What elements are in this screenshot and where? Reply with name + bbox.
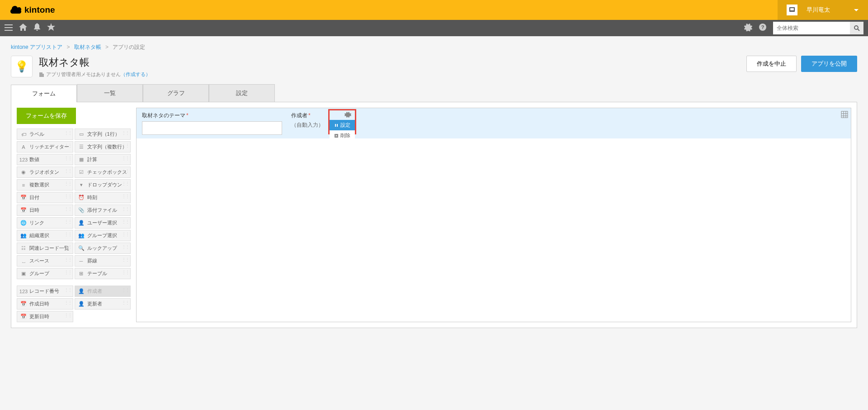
field-org-select[interactable]: 👥組織選択⋮⋮ (17, 230, 73, 241)
field-dropdown[interactable]: ▾ドロップダウン⋮⋮ (75, 179, 131, 191)
field-calc[interactable]: ▦計算⋮⋮ (75, 154, 131, 165)
cancel-button[interactable]: 作成を中止 (746, 56, 797, 72)
user-name: 早川竜太 (807, 6, 830, 14)
breadcrumb-current: アプリの設定 (113, 44, 145, 50)
breadcrumb: kintone アプリストア > 取材ネタ帳 > アプリの設定 (11, 43, 857, 51)
field-updated-time[interactable]: 📅更新日時⋮⋮ (17, 311, 73, 322)
required-mark: * (186, 112, 189, 119)
search-input[interactable] (773, 22, 850, 34)
field-date[interactable]: 📅日付⋮⋮ (17, 192, 73, 203)
home-icon[interactable] (19, 24, 27, 33)
field-link[interactable]: 🌐リンク⋮⋮ (17, 217, 73, 229)
svg-rect-1 (790, 8, 794, 10)
create-memo-link[interactable]: （作成する） (121, 71, 151, 78)
tab-list[interactable]: 一覧 (77, 84, 143, 102)
field-created-time[interactable]: 📅作成日時⋮⋮ (17, 298, 73, 310)
breadcrumb-link[interactable]: kintone アプリストア (11, 44, 62, 50)
table-view-icon[interactable] (841, 111, 848, 120)
field-creator[interactable]: 👤作成者⋮⋮ (75, 286, 131, 297)
svg-text:?: ? (761, 24, 764, 30)
canvas-field-theme[interactable]: 取材ネタのテーマ* (142, 112, 282, 135)
field-checkbox[interactable]: ☑チェックボックス⋮⋮ (75, 167, 131, 178)
field-datetime[interactable]: 📅日時⋮⋮ (17, 205, 73, 216)
field-number[interactable]: 123数値⋮⋮ (17, 154, 73, 165)
publish-button[interactable]: アプリを公開 (801, 56, 857, 72)
chevron-down-icon (854, 7, 859, 14)
field-group-select[interactable]: 👥グループ選択⋮⋮ (75, 230, 131, 241)
top-bar: kintone 早川竜太 (0, 0, 868, 20)
menu-item-delete[interactable]: 削除 (330, 130, 355, 141)
field-time[interactable]: ⏰時刻⋮⋮ (75, 192, 131, 203)
theme-input[interactable] (142, 121, 282, 135)
field-palette: フォームを保存 🏷ラベル⋮⋮ ▭文字列（1行）⋮⋮ Aリッチエディター⋮⋮ ☰文… (17, 108, 131, 322)
field-user-select[interactable]: 👤ユーザー選択⋮⋮ (75, 217, 131, 229)
toolbar: ? (0, 20, 868, 36)
field-context-menu: 設定 削除 (330, 120, 355, 141)
field-rich-editor[interactable]: Aリッチエディター⋮⋮ (17, 141, 73, 153)
gear-icon[interactable] (744, 23, 752, 33)
cloud-icon (10, 5, 22, 14)
field-multiselect[interactable]: ≡複数選択⋮⋮ (17, 179, 73, 191)
app-memo: アプリ管理者用メモはありません （作成する） (39, 71, 151, 78)
menu-icon[interactable] (5, 24, 13, 33)
field-updater[interactable]: 👤更新者⋮⋮ (75, 298, 131, 310)
star-icon[interactable] (47, 23, 55, 33)
field-related-records[interactable]: ☷関連レコード一覧⋮⋮ (17, 243, 73, 254)
help-icon[interactable]: ? (759, 23, 767, 33)
app-icon: 💡 (11, 56, 33, 77)
field-group[interactable]: ▣グループ⋮⋮ (17, 268, 73, 279)
field-table[interactable]: ⊞テーブル⋮⋮ (75, 268, 131, 279)
search-button[interactable] (850, 22, 863, 34)
field-space[interactable]: ⎵スペース⋮⋮ (17, 255, 73, 267)
canvas-field-creator[interactable]: 作成者* （自動入力） 設定 削除 (291, 112, 350, 135)
tab-form[interactable]: フォーム (11, 85, 77, 102)
user-menu[interactable]: 早川竜太 (778, 0, 868, 20)
avatar-icon (787, 5, 797, 15)
tab-settings[interactable]: 設定 (209, 84, 275, 102)
field-record-number[interactable]: 123レコード番号⋮⋮ (17, 286, 73, 297)
svg-rect-5 (841, 111, 848, 118)
breadcrumb-link[interactable]: 取材ネタ帳 (74, 44, 101, 50)
field-text-1line[interactable]: ▭文字列（1行）⋮⋮ (75, 129, 131, 140)
field-lookup[interactable]: 🔍ルックアップ⋮⋮ (75, 243, 131, 254)
required-mark: * (308, 112, 311, 119)
logo[interactable]: kintone (0, 5, 55, 15)
field-border[interactable]: ─罫線⋮⋮ (75, 255, 131, 267)
page-title: 取材ネタ帳 (39, 56, 151, 69)
svg-point-4 (854, 26, 858, 29)
field-gear-icon[interactable] (344, 111, 352, 119)
tabs: フォーム 一覧 グラフ 設定 (11, 84, 857, 102)
tab-graph[interactable]: グラフ (143, 84, 209, 102)
field-label[interactable]: 🏷ラベル⋮⋮ (17, 129, 73, 140)
menu-item-settings[interactable]: 設定 (330, 120, 355, 130)
save-form-button[interactable]: フォームを保存 (17, 108, 76, 124)
brand-text: kintone (24, 5, 55, 15)
bell-icon[interactable] (33, 23, 41, 33)
field-attachment[interactable]: 📎添付ファイル⋮⋮ (75, 205, 131, 216)
form-canvas[interactable]: 取材ネタのテーマ* 作成者* （自動入力） 設定 削除 (136, 108, 851, 322)
field-text-multi[interactable]: ☰文字列（複数行）⋮⋮ (75, 141, 131, 153)
field-radio[interactable]: ◉ラジオボタン⋮⋮ (17, 167, 73, 178)
